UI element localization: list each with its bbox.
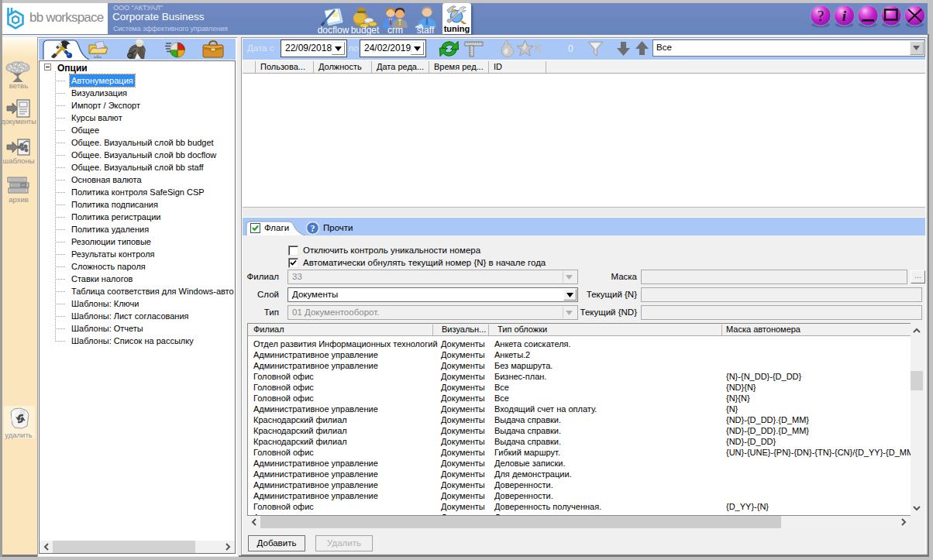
svg-text:?: ?: [818, 8, 824, 24]
svg-text:?: ?: [311, 223, 315, 234]
svg-text:i: i: [842, 8, 847, 24]
